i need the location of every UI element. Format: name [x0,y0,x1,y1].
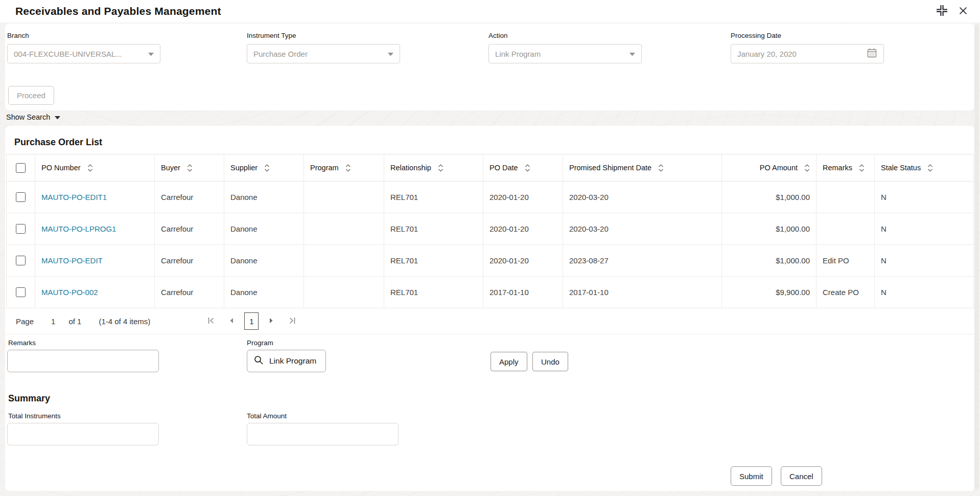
po-number-link[interactable]: MAUTO-PO-EDIT [41,256,103,265]
cell-remarks [816,213,874,244]
processing-date-input[interactable]: January 20, 2020 [731,44,884,63]
link-program-button[interactable]: Link Program [247,350,326,372]
cell-value: N [881,288,886,297]
column-label: PO Amount [760,164,798,172]
po-number-link[interactable]: MAUTO-PO-LPROG1 [41,224,116,233]
cell-promised_shipment_date: 2020-03-20 [563,213,721,244]
current-page-box[interactable]: 1 [244,312,259,330]
last-page-button[interactable] [284,313,299,329]
submit-button[interactable]: Submit [731,466,772,486]
row-checkbox[interactable] [16,192,26,202]
sort-icon[interactable] [87,164,93,172]
cell-buyer: Carrefour [154,182,224,213]
cell-value: Danone [230,224,258,233]
next-page-icon [269,318,274,325]
column-header-stale_status[interactable]: Stale Status [874,154,973,181]
sort-icon[interactable] [859,164,865,172]
page-number-input[interactable]: 1 [51,317,55,326]
cell-value: $1,000.00 [776,193,810,201]
column-header-buyer[interactable]: Buyer [154,154,224,181]
cell-value: Carrefour [161,288,193,297]
column-header-po_date[interactable]: PO Date [483,154,563,181]
cell-value: $9,900.00 [776,288,810,297]
instrument-type-select[interactable]: Purchase Order [247,44,400,63]
calendar-icon[interactable] [867,48,877,60]
cell-remarks: Edit PO [816,245,874,276]
window-controls [935,3,970,19]
undo-button[interactable]: Undo [532,352,568,371]
cell-po_date: 2020-01-20 [483,213,563,244]
column-header-relationship[interactable]: Relationship [384,154,483,181]
column-header-remarks[interactable]: Remarks [816,154,874,181]
vertical-scrollbar[interactable] [974,25,979,490]
column-header-po_amount[interactable]: PO Amount [721,154,816,181]
receivables-payables-window: Receivables and Payables Management [0,0,980,496]
first-page-button[interactable] [203,313,219,329]
table-row: MAUTO-PO-002CarrefourDanoneREL7012017-01… [7,277,973,308]
sort-icon[interactable] [658,164,664,172]
window-titlebar: Receivables and Payables Management [0,0,980,22]
column-header-promised_shipment_date[interactable]: Promised Shipment Date [563,154,721,181]
cell-value: REL701 [390,288,418,297]
cell-value: N [881,193,886,201]
sort-icon[interactable] [187,164,193,172]
close-icon [958,5,969,18]
cell-value: REL701 [390,256,418,265]
cell-value: N [881,256,886,265]
row-checkbox[interactable] [16,224,26,234]
sort-icon[interactable] [438,164,444,172]
total-amount-input[interactable] [247,423,399,445]
cell-po_date: 2020-01-20 [483,182,563,213]
table-header-row: PO NumberBuyerSupplierProgramRelationshi… [7,154,973,182]
pagination-nav: 1 [203,312,299,330]
last-page-icon [288,317,296,326]
row-checkbox[interactable] [16,287,26,297]
sort-icon[interactable] [927,164,933,172]
total-instruments-input[interactable] [7,423,159,445]
cell-po_amount: $1,000.00 [721,182,816,213]
cell-remarks: Create PO [816,277,874,308]
cell-value: 2020-03-20 [569,193,609,201]
cell-value: N [881,224,886,233]
cell-promised_shipment_date: 2020-03-20 [563,182,721,213]
summary-title: Summary [8,393,50,404]
sort-icon[interactable] [345,164,351,172]
cell-value: 2023-08-27 [569,256,609,265]
sort-icon[interactable] [525,164,530,172]
table-row: MAUTO-PO-EDITCarrefourDanoneREL7012020-0… [7,245,973,277]
cell-supplier: Danone [224,277,304,308]
apply-button[interactable]: Apply [491,352,527,371]
show-search-toggle[interactable]: Show Search [6,113,60,121]
row-cell-select [7,277,35,308]
remarks-input[interactable] [7,350,159,372]
column-header-supplier[interactable]: Supplier [224,154,304,181]
cell-value: 2017-01-10 [489,288,529,297]
column-header-po_number[interactable]: PO Number [35,154,154,181]
previous-page-button[interactable] [224,313,239,329]
cell-po_date: 2017-01-10 [483,277,563,308]
processing-date-value: January 20, 2020 [737,50,797,58]
po-number-link[interactable]: MAUTO-PO-EDIT1 [41,193,107,201]
column-label: Relationship [390,164,431,172]
proceed-button[interactable]: Proceed [8,86,54,105]
select-all-checkbox[interactable] [16,163,26,173]
close-button[interactable] [956,4,970,19]
action-field: Action Link Program [488,32,642,63]
collapse-button[interactable] [935,3,949,19]
cancel-button[interactable]: Cancel [781,466,822,486]
next-page-button[interactable] [264,313,279,329]
cell-supplier: Danone [224,245,304,276]
cell-value: 2017-01-10 [569,288,609,297]
cell-po_number: MAUTO-PO-LPROG1 [35,213,154,244]
branch-select[interactable]: 004-FLEXCUBE-UNIVERSAL... [7,44,160,63]
column-header-program[interactable]: Program [304,154,384,181]
po-number-link[interactable]: MAUTO-PO-002 [41,288,98,297]
header-cell-select [7,154,35,181]
cell-value: 2020-01-20 [489,256,529,265]
sort-icon[interactable] [804,164,810,172]
cell-promised_shipment_date: 2017-01-10 [563,277,721,308]
row-checkbox[interactable] [16,256,26,265]
action-select[interactable]: Link Program [488,44,642,63]
cell-program [304,182,384,213]
sort-icon[interactable] [264,164,270,172]
